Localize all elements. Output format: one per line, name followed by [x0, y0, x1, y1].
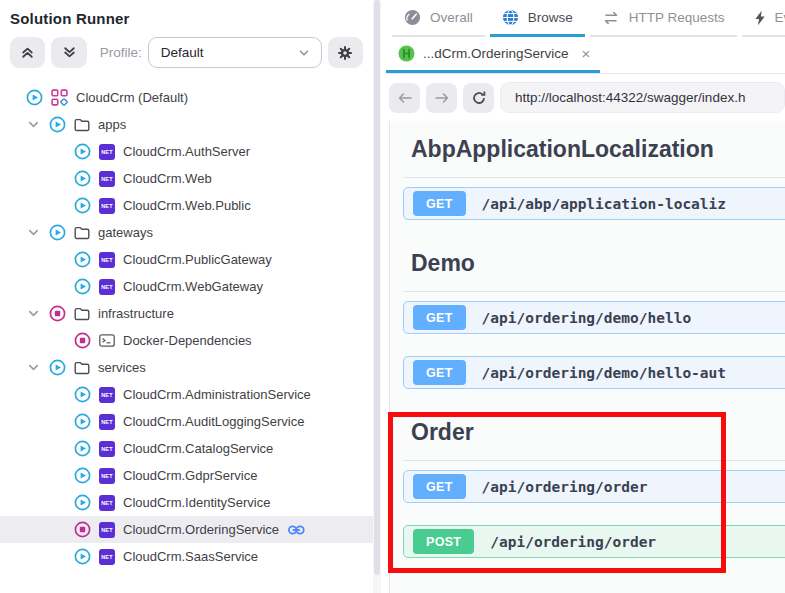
browser-tab[interactable]: ...dCrm.OrderingService ×: [386, 37, 600, 73]
tree-item-label: CloudCrm.Web.Public: [123, 198, 251, 213]
tree-scrollbar[interactable]: [373, 0, 381, 593]
play-status-icon: [74, 548, 91, 565]
tree-item-cloudcrm-orderingservice[interactable]: NETCloudCrm.OrderingService: [0, 516, 373, 543]
tree-item-services[interactable]: services: [0, 354, 373, 381]
endpoint-path: /api/ordering/demo/hello-aut: [482, 365, 726, 381]
app-window: Solution Runner Profile: Default: [0, 0, 785, 593]
tree-item-cloudcrm-saasservice[interactable]: NETCloudCrm.SaasService: [0, 543, 373, 570]
expander-chevron-icon: [26, 306, 41, 321]
http-method-badge: POST: [413, 529, 474, 554]
browse-link-icon: [287, 523, 307, 537]
play-status-icon: [26, 89, 43, 106]
stop-status-icon: [74, 332, 91, 349]
dotnet-badge-icon: NET: [99, 279, 115, 295]
section-divider: [403, 460, 785, 461]
swagger-section-title[interactable]: Order: [411, 418, 777, 446]
dotnet-badge-icon: NET: [99, 198, 115, 214]
collapse-all-button[interactable]: [10, 37, 45, 68]
back-button[interactable]: [389, 83, 420, 113]
bolt-icon: [754, 10, 766, 26]
http-method-badge: GET: [413, 191, 466, 216]
play-status-icon: [74, 440, 91, 457]
tree-item-cloudcrm-web-public[interactable]: NETCloudCrm.Web.Public: [0, 192, 373, 219]
tab-even[interactable]: Even: [742, 0, 785, 37]
dotnet-badge-icon: NET: [99, 522, 115, 538]
arrow-right-icon: [434, 92, 450, 104]
tab-label: HTTP Requests: [629, 10, 725, 25]
tree-item-apps[interactable]: apps: [0, 111, 373, 138]
play-status-icon: [74, 467, 91, 484]
endpoint-path: /api/ordering/order: [482, 479, 648, 495]
folder-icon: [74, 361, 90, 375]
tab-browse[interactable]: Browse: [490, 0, 585, 37]
settings-button[interactable]: [328, 37, 363, 68]
http-method-badge: GET: [413, 360, 466, 385]
tree-item-cloudcrm-web[interactable]: NETCloudCrm.Web: [0, 165, 373, 192]
tree-item-infrastructure[interactable]: infrastructure: [0, 300, 373, 327]
solution-icon: [51, 89, 68, 106]
expand-all-button[interactable]: [51, 37, 86, 68]
tree-item-cloudcrm-gdprservice[interactable]: NETCloudCrm.GdprService: [0, 462, 373, 489]
address-bar[interactable]: http://localhost:44322/swagger/index.h: [500, 82, 785, 113]
tree-item-cloudcrm-catalogservice[interactable]: NETCloudCrm.CatalogService: [0, 435, 373, 462]
swagger-section-title[interactable]: AbpApplicationLocalization: [411, 135, 777, 163]
double-chevron-down-icon: [62, 45, 77, 60]
tree-item-label: CloudCrm.Web: [123, 171, 212, 186]
stop-status-icon: [74, 521, 91, 538]
tree-item-cloudcrm-administrationservice[interactable]: NETCloudCrm.AdministrationService: [0, 381, 373, 408]
dotnet-badge-icon: NET: [99, 387, 115, 403]
endpoint-get-api-ordering-demo-hello-aut[interactable]: GET/api/ordering/demo/hello-aut: [403, 356, 785, 389]
swagger-section-order: OrderGET/api/ordering/orderPOST/api/orde…: [403, 418, 785, 558]
tree-item-label: CloudCrm.AdministrationService: [123, 387, 311, 402]
terminal-icon: [99, 334, 115, 347]
endpoint-post-api-ordering-order[interactable]: POST/api/ordering/order: [403, 525, 785, 558]
swagger-section-abpapplicationlocalization: AbpApplicationLocalizationGET/api/abp/ap…: [403, 135, 785, 220]
close-tab-icon[interactable]: ×: [582, 45, 591, 62]
tree-item-cloudcrm-identityservice[interactable]: NETCloudCrm.IdentityService: [0, 489, 373, 516]
tree-item-cloudcrm-publicgateway[interactable]: NETCloudCrm.PublicGateway: [0, 246, 373, 273]
dotnet-badge-icon: NET: [99, 171, 115, 187]
forward-button[interactable]: [426, 83, 457, 113]
refresh-icon: [471, 90, 487, 106]
endpoint-path: /api/abp/application-localiz: [482, 196, 726, 212]
tree-item-label: Docker-Dependencies: [123, 333, 252, 348]
play-status-icon: [74, 197, 91, 214]
tree-item-label: CloudCrm.WebGateway: [123, 279, 263, 294]
endpoint-get-api-ordering-order[interactable]: GET/api/ordering/order: [403, 470, 785, 503]
tree-item-label: CloudCrm.PublicGateway: [123, 252, 272, 267]
tab-label: Even: [775, 10, 785, 25]
refresh-button[interactable]: [463, 83, 494, 113]
endpoint-path: /api/ordering/demo/hello: [482, 310, 692, 326]
tree-item-gateways[interactable]: gateways: [0, 219, 373, 246]
play-status-icon: [49, 359, 66, 376]
play-status-icon: [74, 170, 91, 187]
folder-icon: [74, 118, 90, 132]
section-divider: [403, 291, 785, 292]
profile-select[interactable]: Default: [148, 37, 322, 68]
endpoint-get-api-ordering-demo-hello[interactable]: GET/api/ordering/demo/hello: [403, 301, 785, 334]
tab-label: Browse: [528, 10, 573, 25]
tree-item-cloudcrm-default[interactable]: CloudCrm (Default): [0, 84, 373, 111]
endpoint-get-api-abp-application-localiz[interactable]: GET/api/abp/application-localiz: [403, 187, 785, 220]
browser-tab-title: ...dCrm.OrderingService: [423, 46, 569, 61]
url-text: http://localhost:44322/swagger/index.h: [515, 90, 745, 105]
swagger-page: AbpApplicationLocalizationGET/api/abp/ap…: [389, 121, 785, 593]
tree-item-label: CloudCrm.GdprService: [123, 468, 257, 483]
tree-item-cloudcrm-authserver[interactable]: NETCloudCrm.AuthServer: [0, 138, 373, 165]
scrollbar-thumb[interactable]: [374, 0, 380, 575]
tree-item-label: gateways: [98, 225, 153, 240]
tree-item-label: CloudCrm.SaasService: [123, 549, 258, 564]
swagger-section-title[interactable]: Demo: [411, 249, 777, 277]
dotnet-badge-icon: NET: [99, 441, 115, 457]
tree-item-label: CloudCrm.AuditLoggingService: [123, 414, 304, 429]
tree-item-cloudcrm-auditloggingservice[interactable]: NETCloudCrm.AuditLoggingService: [0, 408, 373, 435]
dotnet-badge-icon: NET: [99, 549, 115, 565]
double-chevron-up-icon: [20, 45, 35, 60]
tab-http-requests[interactable]: HTTP Requests: [590, 0, 737, 37]
swagger-section-demo: DemoGET/api/ordering/demo/helloGET/api/o…: [403, 249, 785, 389]
tab-overall[interactable]: Overall: [392, 0, 485, 37]
tree-item-docker-dependencies[interactable]: Docker-Dependencies: [0, 327, 373, 354]
play-status-icon: [74, 278, 91, 295]
tree-item-cloudcrm-webgateway[interactable]: NETCloudCrm.WebGateway: [0, 273, 373, 300]
workspace-panel: OverallBrowseHTTP RequestsEven ...dCrm.O…: [386, 0, 785, 593]
